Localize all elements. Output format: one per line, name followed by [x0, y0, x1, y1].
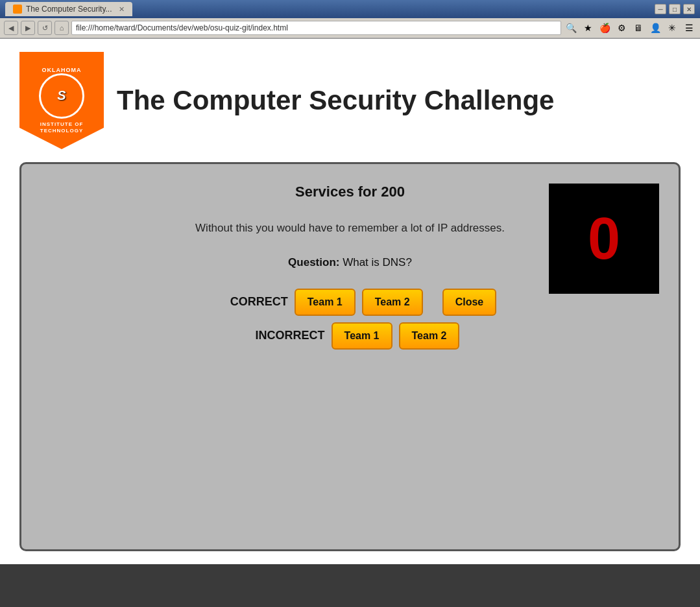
logo-institute: INSTITUTE OFTECHNOLOGY — [40, 121, 84, 135]
logo-osu-letter: S — [57, 88, 66, 103]
back-button[interactable]: ◀ — [4, 21, 18, 35]
settings-icon[interactable]: ⚙ — [614, 21, 629, 35]
incorrect-team2-button[interactable]: Team 2 — [399, 322, 460, 350]
maximize-button[interactable]: □ — [669, 4, 681, 14]
osu-logo: OKLAHOMA S INSTITUTE OFTECHNOLOGY — [19, 52, 104, 149]
close-area: Close — [436, 289, 497, 316]
title-bar: The Computer Security... ✕ ─ □ ✕ — [0, 0, 700, 18]
nav-icons: 🔍 ★ 🍎 ⚙ 🖥 👤 ✳ ☰ — [564, 21, 696, 35]
correct-team1-button[interactable]: Team 1 — [295, 289, 356, 316]
browser-chrome: The Computer Security... ✕ ─ □ ✕ ◀ ▶ ↺ ⌂… — [0, 0, 700, 39]
tab-title: The Computer Security... — [26, 5, 112, 14]
incorrect-row: INCORRECT Team 1 Team 2 — [241, 322, 460, 350]
page-body: OKLAHOMA S INSTITUTE OFTECHNOLOGY The Co… — [0, 39, 700, 564]
question-text: What is DNS? — [343, 256, 412, 268]
bookmark-icon[interactable]: ★ — [581, 21, 595, 35]
close-button[interactable]: Close — [442, 289, 497, 316]
question-prefix: Question: — [288, 256, 343, 268]
reload-button[interactable]: ↺ — [38, 21, 52, 35]
monitor-icon[interactable]: 🖥 — [631, 21, 646, 35]
window-controls: ─ □ ✕ — [655, 4, 695, 14]
correct-label: CORRECT — [204, 295, 288, 309]
close-window-button[interactable]: ✕ — [683, 4, 695, 14]
search-icon[interactable]: 🔍 — [564, 21, 578, 35]
nav-bar: ◀ ▶ ↺ ⌂ 🔍 ★ 🍎 ⚙ 🖥 👤 ✳ ☰ — [0, 18, 700, 38]
score-display: 0 — [549, 184, 659, 294]
menu-icon[interactable]: ☰ — [682, 21, 696, 35]
address-bar[interactable] — [71, 21, 561, 35]
page-title: The Computer Security Challenge — [117, 85, 554, 116]
home-button[interactable]: ⌂ — [54, 21, 69, 35]
correct-row: CORRECT Team 1 Team 2 Close — [204, 289, 496, 316]
incorrect-team1-button[interactable]: Team 1 — [332, 322, 392, 350]
user-icon[interactable]: 👤 — [648, 21, 662, 35]
addon-icon[interactable]: ✳ — [665, 21, 679, 35]
tab-favicon — [13, 5, 22, 14]
browser-tab[interactable]: The Computer Security... ✕ — [5, 2, 132, 16]
incorrect-label: INCORRECT — [241, 329, 325, 342]
score-value: 0 — [588, 206, 620, 272]
forward-button[interactable]: ▶ — [21, 21, 35, 35]
minimize-button[interactable]: ─ — [655, 4, 666, 14]
correct-team2-button[interactable]: Team 2 — [362, 289, 423, 316]
quiz-panel: 0 Services for 200 Without this you woul… — [19, 162, 681, 551]
logo-oklahoma: OKLAHOMA — [42, 67, 82, 73]
answer-grid: CORRECT Team 1 Team 2 Close INCORRECT Te… — [41, 289, 659, 350]
fruit-icon[interactable]: 🍎 — [597, 21, 612, 35]
tab-close-button[interactable]: ✕ — [119, 5, 125, 14]
logo-circle: S — [39, 73, 84, 119]
page-header: OKLAHOMA S INSTITUTE OFTECHNOLOGY The Co… — [19, 52, 681, 149]
